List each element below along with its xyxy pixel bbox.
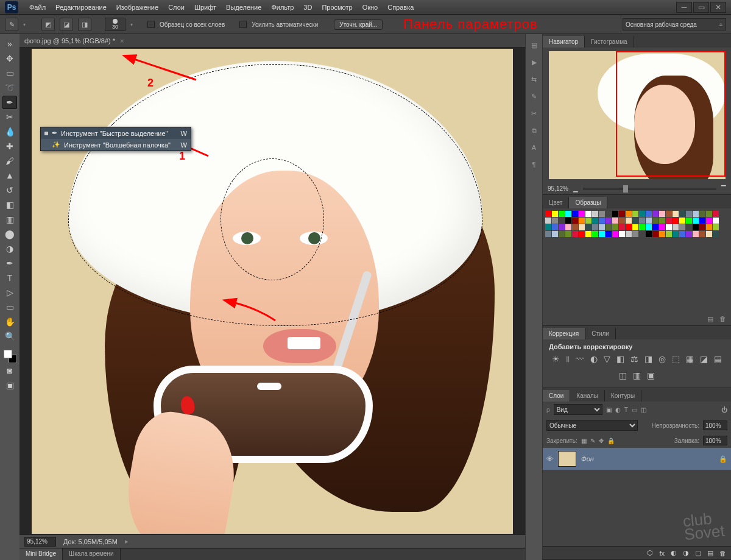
layer-filter-select[interactable]: Вид (554, 404, 602, 415)
adjustments-tab[interactable]: Коррекция (543, 328, 585, 339)
maximize-button[interactable]: ▭ (693, 2, 709, 13)
channel-mixer-icon[interactable]: ⬚ (672, 354, 680, 364)
navigator-tab[interactable]: Навигатор (543, 36, 585, 48)
gradient-tool-icon[interactable]: ▥ (2, 213, 17, 226)
menu-image[interactable]: Изображение (111, 1, 163, 13)
delete-swatch-icon[interactable]: 🗑 (719, 315, 726, 323)
filter-smart-icon[interactable]: ◫ (641, 406, 646, 413)
clone-stamp-tool-icon[interactable]: ▲ (2, 169, 17, 182)
brush-presets-panel-icon[interactable]: ✎ (528, 90, 540, 102)
photo-filter-icon[interactable]: ◎ (659, 354, 666, 364)
brush-tool-icon[interactable]: 🖌 (2, 154, 17, 168)
new-fill-layer-icon[interactable]: ◑ (683, 549, 689, 557)
lock-all-icon[interactable]: 🔒 (607, 438, 615, 444)
delete-layer-icon[interactable]: 🗑 (719, 550, 726, 557)
properties-panel-icon[interactable]: ⇆ (528, 73, 540, 85)
color-lookup-icon[interactable]: ▦ (686, 354, 694, 364)
layers-tab[interactable]: Слои (543, 390, 570, 402)
canvas-viewport[interactable] (19, 48, 525, 534)
paragraph-panel-icon[interactable]: ¶ (528, 158, 540, 171)
dodge-tool-icon[interactable]: ◑ (2, 242, 17, 255)
lock-pixels-icon[interactable]: ✎ (590, 438, 595, 444)
new-layer-icon[interactable]: ▤ (707, 549, 713, 557)
new-swatch-icon[interactable]: ▤ (707, 315, 713, 323)
menu-view[interactable]: Просмотр (317, 1, 357, 13)
menu-type[interactable]: Шрифт (189, 1, 221, 13)
eyedropper-tool-icon[interactable]: 💧 (2, 125, 17, 138)
mini-bridge-tab[interactable]: Mini Bridge (19, 548, 63, 560)
minimize-button[interactable]: ─ (676, 2, 692, 13)
menu-3d[interactable]: 3D (298, 1, 317, 13)
quick-mask-icon[interactable]: ◙ (2, 364, 17, 377)
actions-panel-icon[interactable]: ▶ (528, 56, 540, 68)
sample-all-layers-checkbox[interactable] (147, 21, 155, 28)
new-selection-icon[interactable]: ◩ (41, 18, 55, 31)
type-tool-icon[interactable]: T (2, 271, 17, 285)
brightness-icon[interactable]: ☀ (552, 354, 560, 364)
blend-mode-select[interactable]: Обычные (546, 420, 638, 431)
auto-enhance-checkbox[interactable] (239, 21, 247, 28)
layer-thumbnail[interactable] (558, 451, 576, 467)
paths-tab[interactable]: Контуры (605, 390, 641, 402)
nav-zoom-out-icon[interactable]: ▁ (573, 185, 578, 192)
zoom-tool-icon[interactable]: 🔍 (2, 330, 17, 343)
navigator-thumbnail[interactable] (549, 51, 726, 179)
character-panel-icon[interactable]: A (528, 141, 540, 154)
swatches-tab[interactable]: Образцы (569, 197, 607, 208)
hue-sat-icon[interactable]: ◧ (616, 354, 624, 364)
opacity-input[interactable] (703, 420, 727, 430)
menu-file[interactable]: Файл (24, 1, 51, 13)
layer-row-background[interactable]: 👁 Фон 🔒 (543, 448, 731, 470)
history-brush-tool-icon[interactable]: ↺ (2, 183, 17, 197)
flyout-quick-selection[interactable]: ✒ Инструмент "Быстрое выделение" W (41, 127, 191, 139)
bw-icon[interactable]: ◨ (644, 354, 652, 364)
vibrance-icon[interactable]: ▽ (604, 354, 610, 364)
nav-zoom-slider[interactable] (583, 188, 716, 190)
menu-window[interactable]: Окно (358, 1, 383, 13)
document-canvas[interactable] (32, 49, 513, 534)
blur-tool-icon[interactable]: ⬤ (2, 227, 17, 241)
selective-color-icon[interactable]: ▣ (647, 370, 655, 380)
filter-adjust-icon[interactable]: ◐ (615, 406, 621, 413)
link-layers-icon[interactable]: ⬡ (647, 549, 653, 557)
filter-type-icon[interactable]: T (624, 406, 628, 413)
close-button[interactable]: ✕ (710, 2, 726, 13)
visibility-icon[interactable]: 👁 (546, 455, 553, 463)
lock-position-icon[interactable]: ✥ (599, 438, 604, 444)
marquee-tool-icon[interactable]: ▭ (2, 66, 17, 80)
nav-zoom-in-icon[interactable]: ▔ (721, 185, 726, 192)
color-balance-icon[interactable]: ⚖ (630, 354, 638, 364)
eraser-tool-icon[interactable]: ◧ (2, 198, 17, 211)
lock-transparency-icon[interactable]: ▦ (581, 438, 587, 444)
fill-input[interactable] (703, 436, 727, 445)
quick-selection-tool-icon[interactable]: ✒ (2, 96, 17, 109)
screen-mode-icon[interactable]: ▣ (2, 378, 17, 392)
zoom-input[interactable] (24, 537, 56, 547)
document-tab-close-icon[interactable]: × (120, 37, 124, 44)
tool-preset-icon[interactable]: ✎ (5, 18, 18, 31)
add-selection-icon[interactable]: ◪ (60, 18, 73, 31)
navigator-view-box[interactable] (616, 51, 726, 177)
filter-pixel-icon[interactable]: ▣ (606, 406, 612, 413)
menu-select[interactable]: Выделение (221, 1, 266, 13)
new-group-icon[interactable]: ▢ (695, 549, 701, 557)
channels-tab[interactable]: Каналы (570, 390, 605, 402)
threshold-icon[interactable]: ◫ (619, 370, 627, 380)
brush-panel-icon[interactable]: ✂ (528, 107, 540, 119)
clone-source-panel-icon[interactable]: ⧉ (528, 124, 540, 136)
layer-style-icon[interactable]: fx (659, 550, 665, 557)
filter-toggle-icon[interactable]: ⏻ (721, 406, 727, 413)
workspace-switcher[interactable]: Основная рабочая среда≑ (623, 18, 726, 30)
tools-collapse-icon[interactable]: » (2, 37, 17, 51)
menu-edit[interactable]: Редактирование (51, 1, 111, 13)
gradient-map-icon[interactable]: ▥ (633, 370, 641, 380)
pen-tool-icon[interactable]: ✒ (2, 257, 17, 270)
posterize-icon[interactable]: ▤ (714, 354, 722, 364)
shape-tool-icon[interactable]: ▭ (2, 300, 17, 314)
crop-tool-icon[interactable]: ✂ (2, 110, 17, 124)
timeline-tab[interactable]: Шкала времени (63, 548, 120, 560)
path-select-tool-icon[interactable]: ▷ (2, 286, 17, 299)
healing-brush-tool-icon[interactable]: ✚ (2, 140, 17, 153)
filter-shape-icon[interactable]: ▭ (632, 406, 637, 413)
subtract-selection-icon[interactable]: ◨ (78, 18, 91, 31)
